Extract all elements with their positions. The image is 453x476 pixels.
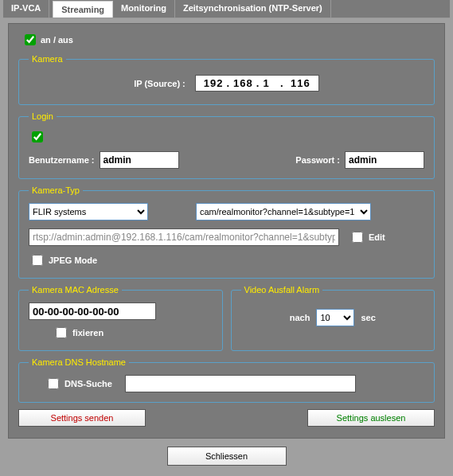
login-legend: Login: [29, 111, 57, 121]
tab-monitoring[interactable]: Monitoring: [113, 0, 175, 18]
edit-label: Edit: [369, 232, 385, 242]
kamera-typ-legend: Kamera-Typ: [29, 185, 83, 195]
dns-fieldset: Kamera DNS Hostname DNS-Suche: [18, 357, 435, 403]
enable-label: an / aus: [41, 35, 73, 45]
dns-search-label: DNS-Suche: [64, 379, 112, 388]
fixieren-checkbox[interactable]: [56, 327, 67, 338]
login-fieldset: Login Benutzername : Passwort :: [18, 111, 435, 179]
username-label: Benutzername :: [29, 155, 95, 165]
jpeg-mode-label: JPEG Mode: [49, 256, 97, 265]
password-label: Passwort :: [295, 155, 340, 165]
password-field[interactable]: [345, 151, 424, 169]
mac-field[interactable]: [29, 302, 156, 320]
vendor-select[interactable]: FLIR systems: [29, 203, 148, 220]
video-delay-select[interactable]: 10: [316, 309, 354, 326]
settings-read-button[interactable]: Settings auslesen: [307, 409, 435, 427]
username-field[interactable]: [100, 151, 179, 169]
rtsp-url-field: [29, 228, 339, 246]
kamera-legend: Kamera: [29, 54, 66, 64]
fixieren-label: fixieren: [72, 328, 103, 337]
ip-source-label: IP (Source) :: [134, 79, 185, 88]
edit-checkbox[interactable]: [352, 232, 363, 243]
ip-source-input[interactable]: 192. 168. 1 . 116: [195, 75, 319, 92]
streaming-panel: an / aus Kamera IP (Source) : 192. 168. …: [8, 23, 445, 439]
ip-octet-3[interactable]: 1: [261, 77, 271, 89]
tab-ntp[interactable]: Zeitsynchronisation (NTP-Server): [175, 0, 331, 18]
video-ausfall-legend: Video Ausfall Alarm: [241, 285, 323, 295]
sec-label: sec: [361, 313, 375, 322]
ip-octet-1[interactable]: 192: [202, 77, 225, 89]
nach-label: nach: [290, 313, 310, 322]
ip-octet-4[interactable]: 116: [289, 77, 312, 89]
tab-ipvca[interactable]: IP-VCA: [3, 0, 49, 18]
video-ausfall-fieldset: Video Ausfall Alarm nach 10 sec: [231, 285, 435, 351]
close-button[interactable]: Schliessen: [167, 447, 287, 466]
mac-fieldset: Kamera MAC Adresse fixieren: [18, 285, 223, 351]
kamera-fieldset: Kamera IP (Source) : 192. 168. 1 . 116: [18, 54, 435, 105]
kamera-typ-fieldset: Kamera-Typ FLIR systems cam/realmonitor?…: [18, 185, 435, 279]
stream-select[interactable]: cam/realmonitor?channel=1&subtype=1: [196, 203, 371, 220]
dns-legend: Kamera DNS Hostname: [29, 357, 129, 367]
dns-hostname-field[interactable]: [125, 375, 356, 392]
ip-octet-2[interactable]: 168: [232, 77, 255, 89]
tab-bar: IP-VCA Streaming Monitoring Zeitsynchron…: [3, 0, 450, 18]
settings-send-button[interactable]: Settings senden: [18, 409, 146, 427]
mac-legend: Kamera MAC Adresse: [29, 285, 122, 295]
enable-checkbox[interactable]: [25, 34, 36, 45]
jpeg-mode-checkbox[interactable]: [32, 255, 43, 266]
login-enable-checkbox[interactable]: [32, 131, 43, 142]
tab-streaming[interactable]: Streaming: [53, 1, 113, 18]
dns-search-checkbox[interactable]: [48, 378, 59, 389]
